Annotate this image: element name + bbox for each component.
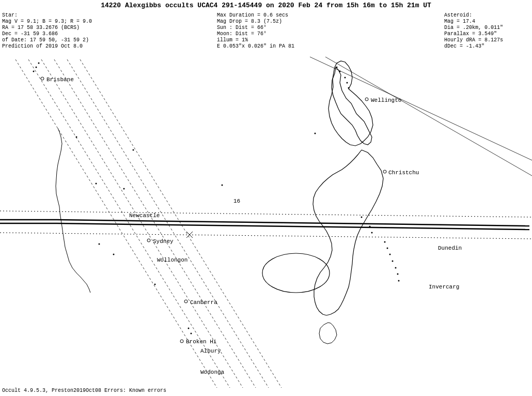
svg-point-28: [347, 82, 348, 84]
asteroid-label: Asteroid:: [444, 12, 472, 18]
svg-point-22: [123, 188, 125, 190]
moon-dist: Moon: Dist = 76°: [217, 31, 267, 37]
star-ra: RA = 17 58 33.2676 (BCRS): [2, 25, 80, 31]
star-dec: Dec = -31 59 3.686: [2, 31, 58, 37]
svg-point-25: [336, 67, 338, 68]
svg-rect-0: [0, 0, 532, 396]
svg-point-18: [76, 136, 77, 138]
svg-point-41: [398, 280, 400, 282]
asteroid-dia: Dia = .20km, 0.011": [444, 25, 503, 31]
svg-point-23: [133, 149, 134, 151]
christchurch-label: Christchu: [388, 170, 419, 176]
svg-point-31: [315, 133, 316, 134]
svg-point-35: [384, 241, 386, 243]
footer-text: Occult 4.9.5.3, Preston2019Oct08 Errors:…: [2, 388, 166, 393]
star-mag: Mag V = 9.1; B = 9.3; R = 9.0: [2, 19, 92, 24]
svg-point-34: [371, 232, 373, 234]
asteroid-mag: Mag = 17.4: [444, 19, 475, 24]
svg-point-26: [339, 71, 341, 72]
canberra-label: Canberra: [190, 299, 217, 306]
svg-point-15: [33, 71, 35, 72]
wollongong-label: Wollongon: [157, 257, 187, 263]
svg-point-36: [387, 248, 388, 249]
svg-point-40: [397, 273, 399, 275]
asteroid-ddec: dDec = -1.43": [444, 43, 484, 49]
svg-point-43: [191, 333, 192, 334]
wodonga-label: Wodonga: [200, 369, 225, 375]
svg-point-16: [36, 67, 37, 68]
mag-drop: Mag Drop = 8.3 (7.5z): [217, 19, 282, 24]
invercargill-label: Invercarg: [429, 284, 459, 290]
star-date: of Date: 17 59 50, -31 59 2): [2, 37, 89, 43]
asteroid-dra: Hourly dRA = 8.127s: [444, 37, 503, 43]
wellington-label: Wellingto: [371, 97, 401, 103]
main-container: 14220 Alexgibbs occults UCAC4 291-145449…: [0, 0, 532, 396]
svg-point-29: [348, 87, 350, 89]
svg-point-19: [96, 183, 97, 185]
star-label: Star:: [2, 12, 18, 18]
svg-point-17: [38, 63, 40, 64]
svg-point-39: [395, 267, 397, 269]
map-svg: 14220 Alexgibbs occults UCAC4 291-145449…: [0, 0, 532, 396]
svg-point-33: [369, 226, 371, 227]
prediction: Prediction of 2019 Oct 8.0: [2, 43, 83, 49]
albury-label: Albury: [200, 348, 221, 354]
ellipse-info: E 0.053"x 0.026" in PA 81: [217, 43, 294, 49]
svg-point-30: [222, 185, 223, 186]
svg-point-24: [154, 284, 156, 285]
dunedin-label: Dunedin: [438, 245, 462, 251]
newcastle-label: Newcastle: [129, 212, 160, 219]
time-label-16: 16: [233, 198, 240, 204]
svg-point-37: [389, 254, 391, 255]
max-duration: Max Duration = 0.6 secs: [217, 12, 288, 18]
moon-illum: illum = 1%: [217, 37, 248, 43]
svg-point-32: [361, 217, 363, 218]
sydney-label: Sydney: [153, 238, 174, 245]
svg-point-21: [113, 254, 115, 255]
title: 14220 Alexgibbs occults UCAC4 291-145449…: [101, 2, 431, 9]
svg-point-38: [392, 261, 394, 262]
svg-point-27: [345, 77, 346, 79]
asteroid-parallax: Parallax = 3.549": [444, 31, 497, 37]
broken-hill-label: Broken Hi: [186, 339, 217, 345]
svg-point-42: [188, 328, 190, 329]
svg-point-20: [99, 243, 100, 245]
brisbane-label: Brisbane: [46, 77, 74, 83]
sun-dist: Sun : Dist = 66°: [217, 25, 267, 31]
